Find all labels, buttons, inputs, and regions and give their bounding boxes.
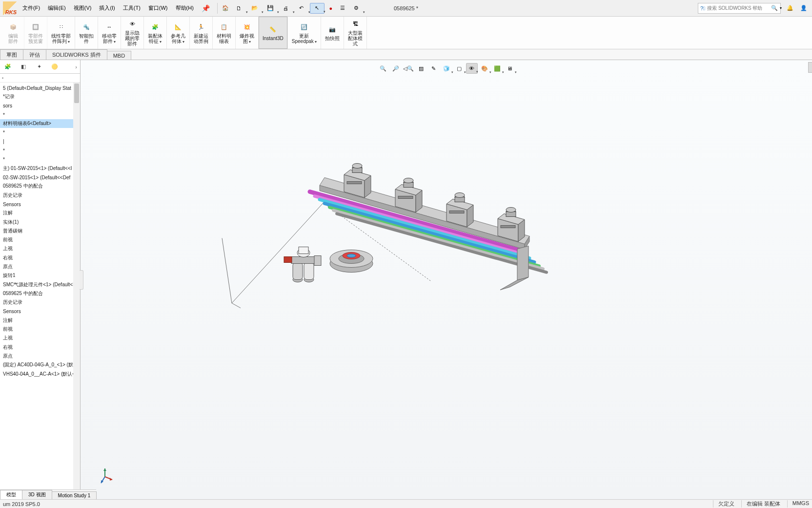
ribbon-线性零部[interactable]: ∷线性零部件阵列 <box>47 17 75 49</box>
tree-item[interactable]: 0589625 中的配合 <box>0 289 80 298</box>
menu-工具[interactable]: 工具(T) <box>119 2 144 14</box>
pin-icon[interactable]: 📌 <box>202 4 210 12</box>
tab-评估[interactable]: 评估 <box>23 49 46 60</box>
search-dropdown-icon[interactable]: ▾ <box>780 6 782 10</box>
menu-文件[interactable]: 文件(F) <box>19 2 44 14</box>
options-gear-icon[interactable]: ⚙ <box>349 3 364 14</box>
hide-show-icon[interactable]: 👁 <box>466 63 478 74</box>
display-manager-tab-icon[interactable]: 🟡 <box>50 62 60 72</box>
save-icon[interactable]: 💾 <box>263 3 278 14</box>
tab-草图[interactable]: 草图 <box>0 49 23 60</box>
tab-SOLIDWORKS 插件[interactable]: SOLIDWORKS 插件 <box>46 49 107 60</box>
new-doc-icon[interactable]: 🗋 <box>232 3 246 14</box>
menu-视图[interactable]: 视图(V) <box>70 2 96 14</box>
tree-item[interactable]: 原点 <box>0 262 80 271</box>
tree-item[interactable]: VHS40-04A_0__AC-A<1> (默认< <box>0 370 80 379</box>
bottom-tab-3D 视图[interactable]: 3D 视图 <box>22 490 52 499</box>
open-doc-icon[interactable]: 📂 <box>247 3 262 14</box>
home-icon[interactable]: 🏠 <box>220 3 231 14</box>
tree-item[interactable]: 0589625 中的配合 <box>0 182 80 190</box>
ribbon-icon: 📏 <box>269 24 276 36</box>
property-manager-tab-icon[interactable]: ◧ <box>19 62 28 72</box>
tree-root-item[interactable]: 5 (Default<Default_Display Stat <box>0 84 80 92</box>
bottom-tab-Motion Study 1[interactable]: Motion Study 1 <box>52 491 97 499</box>
tree-scrollbar-vertical[interactable] <box>73 83 80 490</box>
tree-item[interactable]: 02-SW-2015<1> (Default<<Def <box>0 173 80 182</box>
graphics-viewport[interactable]: 🔍 🔎 ◁🔍 ▨ ✎ 🧊 ▢ 👁 🎨 🟩 🖥 <box>81 60 812 499</box>
orientation-triad[interactable] <box>95 467 115 487</box>
tree-item[interactable]: 上视 <box>0 244 80 253</box>
menu-帮助[interactable]: 帮助(H) <box>172 2 198 14</box>
zoom-area-icon[interactable]: 🔎 <box>390 63 402 74</box>
search-box[interactable]: ?⃝ 🔍 ▾ <box>698 3 781 14</box>
tree-item[interactable]: 上视 <box>0 334 80 342</box>
select-cursor-icon[interactable]: ↖ <box>310 3 325 14</box>
feature-tree[interactable]: 5 (Default<Default_Display Stat *记录sors*… <box>0 83 80 499</box>
tree-item[interactable]: 历史记录 <box>0 298 80 307</box>
tree-item[interactable]: 右视 <box>0 254 80 262</box>
menu-编辑[interactable]: 编辑(E) <box>44 2 70 14</box>
configuration-manager-tab-icon[interactable]: ✦ <box>34 62 44 72</box>
tree-item[interactable]: 材料明细表6<Default> <box>0 119 80 128</box>
apply-scene-icon[interactable]: 🟩 <box>491 63 503 74</box>
ribbon-装配体[interactable]: 🧩装配体特征 <box>144 17 167 49</box>
section-view-icon[interactable]: ▨ <box>415 63 427 74</box>
tree-item[interactable]: SMC气源处理元件<1> (Default<I <box>0 280 80 289</box>
undo-icon[interactable]: ↶ <box>294 3 309 14</box>
ribbon-智能扣[interactable]: 🔩智能扣件 <box>75 17 98 49</box>
tree-item[interactable]: 主) 01-SW-2015<1> (Default<<I <box>0 164 80 173</box>
print-icon[interactable]: 🖨 <box>279 3 293 14</box>
ribbon-拍快照[interactable]: 📷拍快照 <box>321 17 344 49</box>
view-orientation-icon[interactable]: 🧊 <box>441 63 452 74</box>
tree-item[interactable]: 实体(1) <box>0 217 80 226</box>
view-settings-icon[interactable]: 🖥 <box>504 63 516 74</box>
tree-item[interactable]: 原点 <box>0 352 80 360</box>
menu-插入[interactable]: 插入(I) <box>95 2 119 14</box>
search-icon[interactable]: 🔍 <box>771 5 778 11</box>
tree-item[interactable]: 注解 <box>0 209 80 217</box>
tree-item[interactable]: 前视 <box>0 235 80 244</box>
previous-view-icon[interactable]: ◁🔍 <box>403 63 414 74</box>
ribbon-显示隐[interactable]: 👁显示隐藏的零部件 <box>121 17 144 49</box>
tree-item[interactable]: Sensors <box>0 307 80 316</box>
search-input[interactable] <box>707 5 769 11</box>
feature-manager-tab-icon[interactable]: 🧩 <box>3 62 13 72</box>
tree-item[interactable]: * <box>0 155 80 164</box>
tree-item[interactable]: 前视 <box>0 325 80 334</box>
ribbon-更新[interactable]: 🔃更新Speedpak <box>288 17 321 49</box>
menu-窗口[interactable]: 窗口(W) <box>144 2 172 14</box>
ribbon-参考几[interactable]: 📐参考几何体 <box>167 17 190 49</box>
display-style-icon[interactable]: ▢ <box>453 63 465 74</box>
tree-tabs-expand-icon[interactable]: › <box>75 64 77 70</box>
zoom-fit-icon[interactable]: 🔍 <box>377 63 389 74</box>
rebuild-icon[interactable]: ● <box>325 3 336 14</box>
ribbon-爆炸视[interactable]: 💥爆炸视图 <box>236 17 259 49</box>
ribbon-移动零[interactable]: ↔移动零部件 <box>98 17 121 49</box>
tree-item[interactable]: 历史记录 <box>0 191 80 200</box>
edit-appearance-icon[interactable]: 🎨 <box>479 63 490 74</box>
tree-item[interactable]: 旋转1 <box>0 271 80 280</box>
tree-item[interactable]: 右视 <box>0 343 80 352</box>
ribbon-材料明[interactable]: 📋材料明细表 <box>213 17 236 49</box>
notifications-icon[interactable]: 🔔 <box>785 3 795 14</box>
panel-collapse-handle[interactable] <box>80 270 83 290</box>
tree-item[interactable]: 注解 <box>0 316 80 325</box>
file-props-icon[interactable]: ☰ <box>337 3 348 14</box>
tree-item[interactable]: sors <box>0 102 80 110</box>
tab-MBD[interactable]: MBD <box>107 51 131 60</box>
tree-item[interactable]: | <box>0 137 80 146</box>
ribbon-大型装[interactable]: 🏗大型装配体模式 <box>344 17 367 49</box>
tree-item[interactable]: (固定) AC40D-04G-A_0_<1> (默 <box>0 360 80 369</box>
tree-item[interactable]: *记录 <box>0 92 80 101</box>
tree-item[interactable]: Sensors <box>0 200 80 209</box>
user-icon[interactable]: 👤 <box>798 3 809 14</box>
ribbon-Instant3D[interactable]: 📏Instant3D <box>259 17 288 49</box>
tree-item[interactable]: 普通碳钢 <box>0 227 80 235</box>
ribbon-新建运[interactable]: 🏃新建运动算例 <box>190 17 213 49</box>
tree-item[interactable]: * <box>0 146 80 155</box>
task-pane-handle[interactable] <box>808 62 812 73</box>
tree-item[interactable]: * <box>0 110 80 119</box>
dynamic-annotation-icon[interactable]: ✎ <box>428 63 440 74</box>
tree-item[interactable]: * <box>0 128 80 137</box>
bottom-tab-模型[interactable]: 模型 <box>0 490 22 499</box>
